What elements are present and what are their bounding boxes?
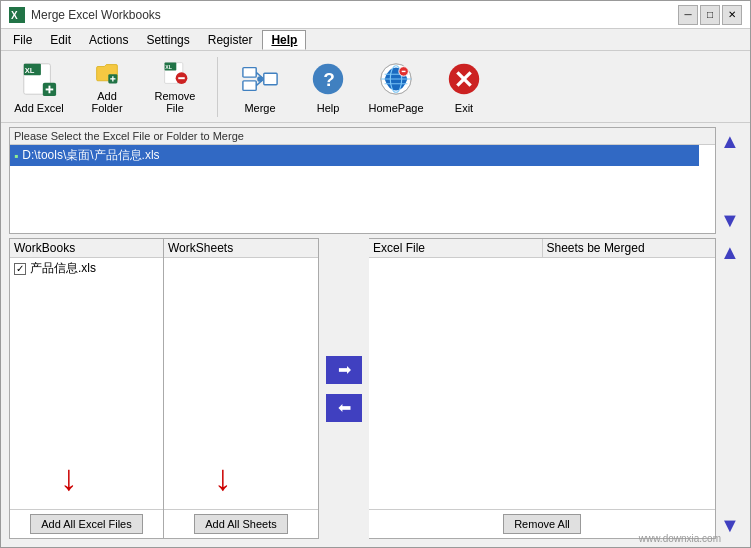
workbook-name-1: 产品信息.xls [30, 260, 96, 277]
svg-point-21 [257, 76, 263, 82]
svg-rect-17 [243, 80, 256, 90]
menu-edit[interactable]: Edit [42, 31, 79, 49]
excel-file-panel: Excel File Sheets be Merged Remove All [369, 238, 716, 539]
svg-text:XL: XL [165, 64, 172, 70]
svg-text:?: ? [323, 68, 335, 89]
svg-rect-20 [264, 73, 277, 84]
homepage-label: HomePage [368, 102, 423, 114]
main-window: X Merge Excel Workbooks ─ □ ✕ File Edit … [0, 0, 751, 548]
bottom-scroll-up[interactable]: ▲ [720, 242, 740, 262]
title-bar-left: X Merge Excel Workbooks [9, 7, 161, 23]
svg-text:XL: XL [25, 66, 35, 75]
file-list-header: Please Select the Excel File or Folder t… [10, 128, 715, 145]
excel-file-col-header: Excel File [369, 239, 543, 257]
menu-file[interactable]: File [5, 31, 40, 49]
right-arrow-icon: ➡ [338, 360, 351, 379]
left-arrow-icon: ⬅ [338, 398, 351, 417]
bottom-scroll-down[interactable]: ▼ [720, 515, 740, 535]
toolbar: XL Add Excel Add Folder XL [1, 51, 750, 123]
add-excel-button[interactable]: XL Add Excel [9, 55, 69, 119]
merge-label: Merge [244, 102, 275, 114]
close-button[interactable]: ✕ [722, 5, 742, 25]
panels-container: WorkBooks ✓ 产品信息.xls ↓ Add All Excel Fil… [9, 238, 716, 539]
file-list-area: Please Select the Excel File or Folder t… [9, 127, 742, 234]
help-button[interactable]: ? Help [298, 55, 358, 119]
red-arrow-workbooks: ↓ [60, 457, 78, 499]
file-scroll-up[interactable]: ▲ [720, 131, 740, 151]
worksheets-panel: WorkSheets ↓ Add All Sheets [164, 238, 319, 539]
svg-text:X: X [11, 10, 18, 21]
file-path: D:\tools\桌面\产品信息.xls [22, 147, 159, 164]
watermark: www.downxia.com [639, 533, 721, 544]
bottom-scroll-controls: ▲ ▼ [720, 238, 742, 539]
file-icon: ▪ [14, 149, 18, 163]
remove-file-label: Remove File [150, 90, 200, 114]
workbooks-body[interactable]: ✓ 产品信息.xls ↓ [10, 258, 163, 509]
svg-rect-16 [243, 67, 256, 77]
worksheets-header: WorkSheets [164, 239, 318, 258]
exit-button[interactable]: Exit [434, 55, 494, 119]
app-icon: X [9, 7, 25, 23]
arrow-buttons: ➡ ⬅ [319, 238, 369, 539]
remove-all-button[interactable]: Remove All [503, 514, 581, 534]
window-title: Merge Excel Workbooks [31, 8, 161, 22]
bottom-section: WorkBooks ✓ 产品信息.xls ↓ Add All Excel Fil… [9, 238, 742, 539]
toolbar-separator-1 [217, 57, 218, 117]
merge-button[interactable]: Merge [230, 55, 290, 119]
workbook-checkbox-1[interactable]: ✓ [14, 263, 26, 275]
menu-register[interactable]: Register [200, 31, 261, 49]
exit-label: Exit [455, 102, 473, 114]
title-bar: X Merge Excel Workbooks ─ □ ✕ [1, 1, 750, 29]
maximize-button[interactable]: □ [700, 5, 720, 25]
workbooks-footer: Add All Excel Files [10, 509, 163, 538]
add-excel-label: Add Excel [14, 102, 64, 114]
file-list-body[interactable]: ▪ D:\tools\桌面\产品信息.xls [10, 145, 715, 233]
workbooks-header: WorkBooks [10, 239, 163, 258]
workbooks-panel: WorkBooks ✓ 产品信息.xls ↓ Add All Excel Fil… [9, 238, 164, 539]
add-folder-button[interactable]: Add Folder [77, 55, 137, 119]
excel-panel-body[interactable] [369, 258, 715, 509]
add-arrow-button[interactable]: ➡ [326, 356, 362, 384]
menu-settings[interactable]: Settings [138, 31, 197, 49]
window-controls: ─ □ ✕ [678, 5, 742, 25]
menu-help[interactable]: Help [262, 30, 306, 50]
file-scroll-down[interactable]: ▼ [720, 210, 740, 230]
homepage-button[interactable]: HomePage [366, 55, 426, 119]
add-all-sheets-button[interactable]: Add All Sheets [194, 514, 288, 534]
minimize-button[interactable]: ─ [678, 5, 698, 25]
menu-bar: File Edit Actions Settings Register Help [1, 29, 750, 51]
file-item-1[interactable]: ▪ D:\tools\桌面\产品信息.xls [10, 145, 699, 166]
excel-panel-header: Excel File Sheets be Merged [369, 239, 715, 258]
help-label: Help [317, 102, 340, 114]
remove-file-button[interactable]: XL Remove File [145, 55, 205, 119]
sheets-merged-col-header: Sheets be Merged [543, 239, 716, 257]
file-list-box: Please Select the Excel File or Folder t… [9, 127, 716, 234]
red-arrow-worksheets: ↓ [214, 457, 232, 499]
workbook-item-1[interactable]: ✓ 产品信息.xls [10, 258, 163, 279]
worksheets-body[interactable]: ↓ [164, 258, 318, 509]
remove-arrow-button[interactable]: ⬅ [326, 394, 362, 422]
add-all-excel-button[interactable]: Add All Excel Files [30, 514, 142, 534]
add-folder-label: Add Folder [82, 90, 132, 114]
menu-actions[interactable]: Actions [81, 31, 136, 49]
file-scroll-controls: ▲ ▼ [720, 127, 742, 234]
worksheets-footer: Add All Sheets [164, 509, 318, 538]
